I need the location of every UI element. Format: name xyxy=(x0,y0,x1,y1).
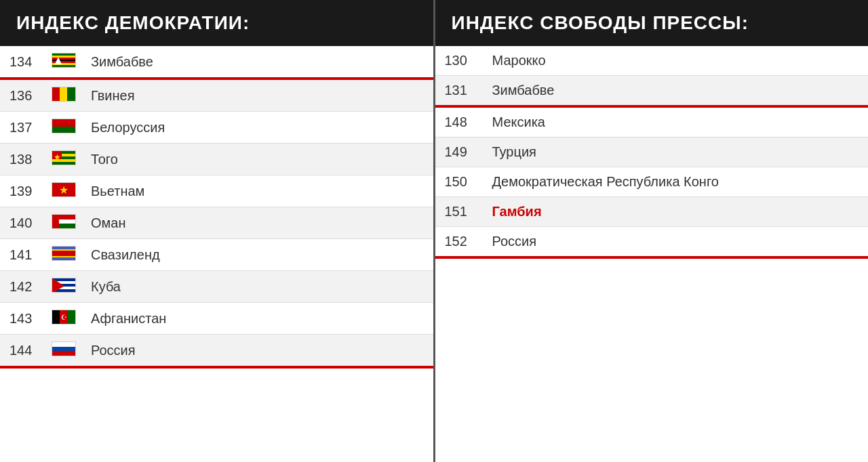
right-panel: ИНДЕКС СВОБОДЫ ПРЕССЫ: 130Марокко131Зимб… xyxy=(435,0,869,462)
flag-swaziland xyxy=(52,246,76,261)
table-row: 143Афганистан xyxy=(0,303,433,335)
flag-russia xyxy=(52,341,76,356)
table-row: 144Россия xyxy=(0,335,433,368)
flag-togo xyxy=(52,150,76,165)
table-row: 134Зимбабве xyxy=(0,46,433,79)
left-panel: ИНДЕКС ДЕМОКРАТИИ: 134Зимбабве136Гвинея1… xyxy=(0,0,435,462)
table-row: 151Гамбия xyxy=(435,197,869,227)
left-table: 134Зимбабве136Гвинея137Белоруссия138Того… xyxy=(0,46,433,369)
flag-vietnam xyxy=(52,182,76,197)
table-row: 149Турция xyxy=(435,138,869,167)
table-row: 136Гвинея xyxy=(0,79,433,112)
table-row: 131Зимбабве xyxy=(435,76,869,107)
flag-oman xyxy=(52,214,76,229)
flag-zimbabwe xyxy=(52,53,76,68)
table-row: 139Вьетнам xyxy=(0,175,433,207)
table-row: 138Того xyxy=(0,144,433,175)
table-row: 130Марокко xyxy=(435,46,869,76)
flag-cuba xyxy=(52,278,76,293)
left-table-container: 134Зимбабве136Гвинея137Белоруссия138Того… xyxy=(0,46,433,462)
right-panel-header: ИНДЕКС СВОБОДЫ ПРЕССЫ: xyxy=(435,0,869,46)
right-table: 130Марокко131Зимбабве148Мексика149Турция… xyxy=(435,46,869,259)
table-row: 148Мексика xyxy=(435,106,869,138)
flag-belarus xyxy=(52,119,76,133)
flag-guinea xyxy=(52,87,76,102)
table-row: 141Свазиленд xyxy=(0,239,433,271)
right-table-container: 130Марокко131Зимбабве148Мексика149Турция… xyxy=(435,46,869,462)
table-row: 137Белоруссия xyxy=(0,112,433,144)
left-panel-header: ИНДЕКС ДЕМОКРАТИИ: xyxy=(0,0,433,46)
table-row: 152Россия xyxy=(435,227,869,258)
table-row: 150Демократическая Республика Конго xyxy=(435,167,869,197)
flag-afghanistan xyxy=(52,310,76,324)
table-row: 142Куба xyxy=(0,271,433,303)
table-row: 140Оман xyxy=(0,207,433,239)
